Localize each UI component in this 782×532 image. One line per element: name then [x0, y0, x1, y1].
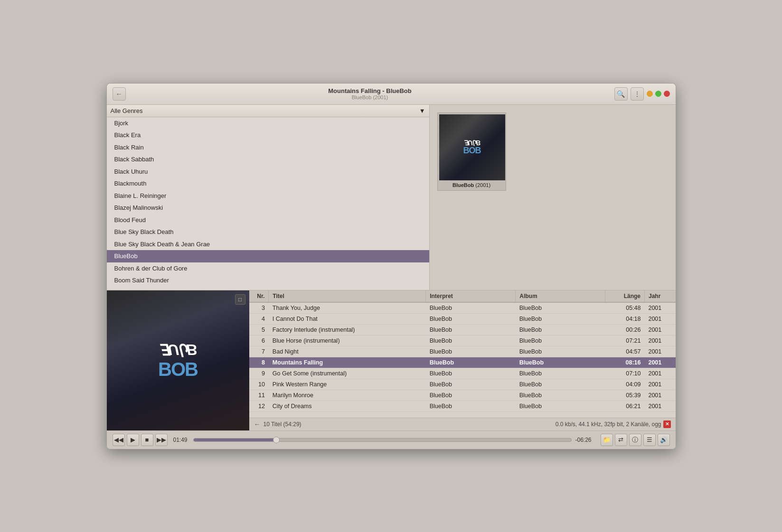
- track-interpret: BlueBob: [426, 390, 516, 401]
- large-bluebob-top-text: ƎUႱB: [159, 341, 196, 359]
- track-laenge: 05:48: [605, 302, 645, 314]
- artist-item[interactable]: Bjork: [107, 117, 429, 130]
- track-laenge: 04:57: [605, 346, 645, 357]
- error-badge[interactable]: ✕: [663, 420, 671, 428]
- menu-button[interactable]: ⋮: [631, 87, 644, 101]
- bottom-section: ƎUႱB BOB □ Nr. Titel Interpret: [107, 290, 676, 430]
- seek-bar[interactable]: [193, 438, 572, 442]
- table-row[interactable]: 5 Factory Interlude (instrumental) BlueB…: [249, 324, 676, 335]
- titlebar-center: Mountains Falling - BlueBob BlueBob (200…: [126, 87, 614, 100]
- info-button[interactable]: ⓘ: [629, 434, 641, 446]
- track-interpret: BlueBob: [426, 313, 516, 324]
- table-row[interactable]: 12 City of Dreams BlueBob BlueBob 06:21 …: [249, 401, 676, 411]
- close-dot[interactable]: [664, 91, 670, 97]
- table-row[interactable]: 3 Thank You, Judge BlueBob BlueBob 05:48…: [249, 302, 676, 314]
- genre-dropdown[interactable]: Alle Genres ▼: [107, 105, 429, 117]
- track-jahr: 2001: [644, 313, 675, 324]
- back-button[interactable]: ←: [113, 87, 126, 101]
- col-header-interpret[interactable]: Interpret: [426, 290, 516, 302]
- artist-item[interactable]: Blazej Malinowski: [107, 202, 429, 214]
- album-cover-background: ƎUႱB BOB: [107, 290, 249, 430]
- track-jahr: 2001: [644, 390, 675, 401]
- col-header-titel[interactable]: Titel: [269, 290, 426, 302]
- playback-time-remaining: -06:26: [575, 437, 597, 443]
- track-laenge: 04:18: [605, 313, 645, 324]
- cover-toggle-button[interactable]: □: [235, 294, 245, 305]
- stop-button[interactable]: ■: [141, 434, 153, 446]
- status-back-icon[interactable]: ←: [254, 420, 261, 428]
- track-interpret: BlueBob: [426, 302, 516, 314]
- track-laenge: 08:16: [605, 357, 645, 368]
- track-nr: 6: [249, 335, 269, 346]
- col-header-nr[interactable]: Nr.: [249, 290, 269, 302]
- artist-item[interactable]: Blue Sky Black Death: [107, 226, 429, 238]
- track-nr: 4: [249, 313, 269, 324]
- artist-item[interactable]: Blaine L. Reininger: [107, 190, 429, 202]
- table-row[interactable]: 10 Pink Western Range BlueBob BlueBob 04…: [249, 379, 676, 390]
- track-title: Blue Horse (instrumental): [269, 335, 426, 346]
- track-laenge: 06:21: [605, 401, 645, 411]
- table-row[interactable]: 11 Marilyn Monroe BlueBob BlueBob 05:39 …: [249, 390, 676, 401]
- maximize-dot[interactable]: [655, 91, 661, 97]
- artist-item[interactable]: Blood Feud: [107, 214, 429, 226]
- table-row[interactable]: 4 I Cannot Do That BlueBob BlueBob 04:18…: [249, 313, 676, 324]
- album-label: BlueBob (2001): [439, 180, 504, 189]
- seek-fill: [194, 439, 277, 441]
- track-nr: 8: [249, 357, 269, 368]
- track-jahr: 2001: [644, 357, 675, 368]
- artist-item[interactable]: Black Sabbath: [107, 153, 429, 166]
- titlebar-right-controls: 🔍 ⋮: [614, 87, 670, 101]
- folder-button[interactable]: 📁: [601, 434, 613, 446]
- bluebob-logo-small: ƎUႱB BOB: [463, 140, 481, 155]
- artist-item[interactable]: Black Rain: [107, 141, 429, 154]
- search-button[interactable]: 🔍: [614, 87, 628, 101]
- table-row[interactable]: 9 Go Get Some (instrumental) BlueBob Blu…: [249, 368, 676, 379]
- table-row[interactable]: 6 Blue Horse (instrumental) BlueBob Blue…: [249, 335, 676, 346]
- album-name: BlueBob: [452, 182, 474, 188]
- track-album: BlueBob: [516, 368, 605, 379]
- shuffle-button[interactable]: ⇄: [615, 434, 627, 446]
- table-row[interactable]: 7 Bad Night BlueBob BlueBob 04:57 2001: [249, 346, 676, 357]
- track-table-container: Nr. Titel Interpret Album Länge Jahr 3 T…: [249, 290, 676, 430]
- extra-playback-controls: 📁 ⇄ ⓘ ☰ 🔊: [601, 434, 670, 446]
- track-interpret: BlueBob: [426, 368, 516, 379]
- track-laenge: 00:26: [605, 324, 645, 335]
- track-album: BlueBob: [516, 401, 605, 411]
- prev-button[interactable]: ◀◀: [113, 434, 125, 446]
- album-panel: ƎUႱB BOB BlueBob (2001): [430, 105, 676, 290]
- album-year: (2001): [475, 182, 490, 188]
- track-title: Bad Night: [269, 346, 426, 357]
- table-row[interactable]: 8 Mountains Falling BlueBob BlueBob 08:1…: [249, 357, 676, 368]
- playlist-button[interactable]: ☰: [643, 434, 656, 446]
- track-jahr: 2001: [644, 368, 675, 379]
- tech-info: 0.0 kb/s, 44.1 kHz, 32fp bit, 2 Kanäle, …: [556, 421, 661, 428]
- col-header-jahr[interactable]: Jahr: [644, 290, 675, 302]
- artist-item[interactable]: Blue Sky Black Death & Jean Grae: [107, 238, 429, 251]
- play-button[interactable]: ▶: [127, 434, 139, 446]
- artist-item[interactable]: Black Uhuru: [107, 166, 429, 178]
- track-nr: 11: [249, 390, 269, 401]
- album-art: ƎUႱB BOB: [439, 114, 505, 180]
- artist-item[interactable]: Black Era: [107, 129, 429, 141]
- playback-time-current: 01:49: [171, 437, 189, 443]
- artist-item[interactable]: BlueBob: [107, 250, 429, 262]
- track-title: Factory Interlude (instrumental): [269, 324, 426, 335]
- volume-button[interactable]: 🔊: [658, 434, 670, 446]
- track-jahr: 2001: [644, 379, 675, 390]
- minimize-dot[interactable]: [647, 91, 653, 97]
- album-card[interactable]: ƎUႱB BOB BlueBob (2001): [437, 112, 506, 191]
- col-header-laenge[interactable]: Länge: [605, 290, 645, 302]
- artist-item[interactable]: Boris: [107, 287, 429, 290]
- seek-thumb[interactable]: [273, 437, 280, 443]
- track-interpret: BlueBob: [426, 324, 516, 335]
- track-title: Thank You, Judge: [269, 302, 426, 314]
- col-header-album[interactable]: Album: [516, 290, 605, 302]
- track-interpret: BlueBob: [426, 357, 516, 368]
- artist-item[interactable]: Boom Said Thunder: [107, 274, 429, 287]
- main-window: ← Mountains Falling - BlueBob BlueBob (2…: [106, 83, 676, 449]
- track-interpret: BlueBob: [426, 335, 516, 346]
- artist-item[interactable]: Bohren & der Club of Gore: [107, 262, 429, 275]
- artist-item[interactable]: Blackmouth: [107, 177, 429, 190]
- titlebar: ← Mountains Falling - BlueBob BlueBob (2…: [107, 84, 676, 105]
- next-button[interactable]: ▶▶: [155, 434, 168, 446]
